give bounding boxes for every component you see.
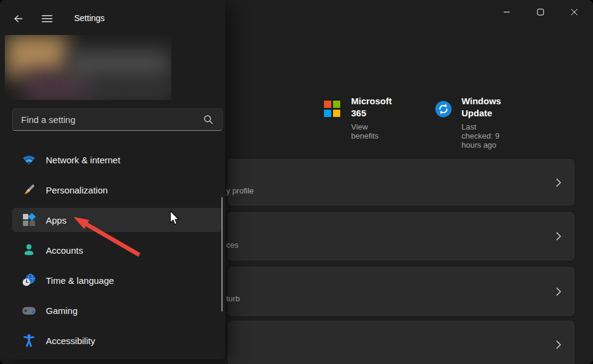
- sidebar-item-personalization[interactable]: Personalization: [12, 178, 222, 202]
- navigation-sidebar: Network & internet Personalization: [0, 0, 225, 359]
- wifi-icon: [22, 155, 36, 165]
- settings-row-notifications[interactable]: turb: [228, 267, 574, 316]
- clock-globe-icon: [22, 274, 36, 287]
- windows-update-icon: [435, 101, 452, 118]
- sidebar-item-label: Accessibility: [46, 336, 95, 346]
- search-box: [12, 108, 223, 131]
- windows-update-title: Windows Update: [461, 95, 501, 119]
- settings-row-display[interactable]: y profile: [228, 159, 574, 206]
- paintbrush-icon: [22, 183, 36, 196]
- chevron-right-icon: [556, 268, 562, 315]
- search-input[interactable]: [13, 115, 203, 125]
- row-subtitle-fragment: ces: [226, 240, 238, 249]
- gamepad-icon: [22, 306, 36, 316]
- sidebar-item-label: Time & language: [46, 275, 114, 286]
- row-subtitle-fragment: y profile: [226, 186, 254, 195]
- user-profile-blurred[interactable]: [5, 35, 171, 100]
- settings-window: Microsoft 365 View benefits Windows Upda…: [0, 0, 593, 364]
- window-controls: [490, 0, 591, 24]
- apps-icon: [22, 213, 36, 227]
- chevron-right-icon: [556, 213, 562, 260]
- window-title: Settings: [74, 13, 105, 23]
- sidebar-item-label: Personalization: [46, 185, 108, 195]
- red-arrow-annotation: [68, 210, 147, 262]
- chevron-right-icon: [556, 321, 562, 364]
- row-subtitle-fragment: turb: [226, 294, 239, 303]
- sidebar-item-label: Apps: [46, 215, 66, 225]
- microsoft-365-card: Microsoft 365 View benefits: [351, 95, 392, 140]
- sidebar-item-label: Gaming: [46, 306, 78, 316]
- sidebar-item-accessibility[interactable]: Accessibility: [12, 328, 222, 353]
- minimize-button[interactable]: [490, 0, 524, 24]
- mouse-cursor: [170, 210, 180, 227]
- sidebar-item-label: Network & internet: [46, 155, 120, 165]
- title-bar: Settings: [0, 0, 593, 34]
- view-benefits-link[interactable]: View benefits: [351, 122, 392, 140]
- windows-update-card: Windows Update Last checked: 9 hours ago: [461, 95, 501, 149]
- person-icon: [22, 243, 36, 257]
- maximize-button[interactable]: [524, 0, 557, 24]
- windows-update-status: Last checked: 9 hours ago: [461, 122, 501, 149]
- settings-row-sound[interactable]: ces: [228, 212, 574, 260]
- chevron-right-icon: [556, 160, 562, 205]
- settings-row-focus[interactable]: [228, 321, 574, 364]
- sidebar-item-gaming[interactable]: Gaming: [12, 298, 222, 322]
- search-icon[interactable]: [203, 115, 214, 125]
- back-button[interactable]: [8, 9, 28, 28]
- close-button[interactable]: [557, 0, 591, 24]
- microsoft-logo-icon: [324, 101, 340, 117]
- accessibility-icon: [22, 334, 36, 347]
- menu-button[interactable]: [37, 9, 57, 28]
- user-name-blurred: [68, 51, 171, 80]
- microsoft-365-title: Microsoft 365: [351, 95, 392, 119]
- sidebar-item-time-language[interactable]: Time & language: [12, 268, 222, 292]
- sidebar-item-network[interactable]: Network & internet: [12, 148, 222, 172]
- sidebar-scrollbar[interactable]: [221, 197, 223, 312]
